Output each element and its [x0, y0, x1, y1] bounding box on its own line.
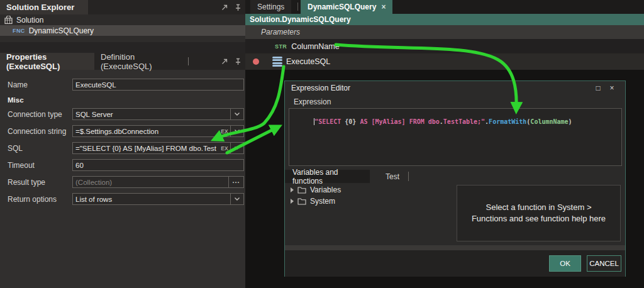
return-options-input[interactable] [73, 194, 230, 204]
chevron-down-icon[interactable] [230, 143, 243, 153]
name-label: Name [8, 80, 28, 89]
tab-settings[interactable]: Settings [250, 0, 291, 14]
tree-empty-space [0, 36, 245, 42]
tree-item-system[interactable]: System [291, 197, 335, 206]
chevron-down-icon[interactable] [230, 194, 243, 204]
solution-explorer-title: Solution Explorer [0, 0, 88, 14]
ok-button[interactable]: OK [549, 255, 581, 272]
dialog-divider [285, 245, 625, 250]
tab-label: Variables and functions [292, 168, 362, 186]
app-window: Solution Explorer Solution FNC DynamicSQ… [0, 0, 644, 288]
step-row-executesql[interactable]: ExecuteSQL [245, 53, 644, 70]
code-token: "SELECT [314, 118, 345, 125]
tab-label: DynamicSQLQuery [308, 3, 376, 11]
code-token: AS [MyAlias] FROM dbo [356, 118, 439, 125]
timeout-input[interactable] [73, 160, 243, 170]
ellipsis-button[interactable]: ... [228, 177, 243, 187]
function-help-text: Select a function in System > Functions … [471, 202, 606, 224]
close-icon[interactable]: × [605, 84, 619, 92]
code-token: FormatWith [489, 118, 526, 125]
function-help-box: Select a function in System > Functions … [457, 185, 621, 241]
popout-icon[interactable] [221, 58, 228, 65]
breadcrumb: Solution.DynamicSQLQuery [250, 15, 351, 24]
chevron-down-icon[interactable] [230, 109, 243, 119]
sql-input[interactable] [73, 143, 219, 153]
tree-item-label: Solution [16, 16, 43, 25]
dialog-footer: OK CANCEL [285, 250, 625, 277]
expander-icon[interactable] [291, 187, 294, 192]
step-name: ExecuteSQL [286, 57, 330, 66]
misc-section-label: Misc [8, 96, 24, 104]
close-icon[interactable]: × [381, 3, 386, 11]
expression-code-editor[interactable]: "SELECT {0} AS [MyAlias] FROM dbo.TestTa… [289, 108, 622, 166]
connection-type-input[interactable] [73, 109, 230, 119]
tree-item-label: DynamicSQLQuery [29, 26, 94, 35]
tab-variables-and-functions[interactable]: Variables and functions [285, 170, 370, 183]
result-type-label: Result type [8, 178, 45, 187]
tree-item-variables[interactable]: Variables [291, 186, 341, 194]
dialog-titlebar[interactable]: Expression Editor □ × [285, 81, 625, 95]
tab-separator [297, 3, 298, 11]
result-type-field[interactable]: ... [72, 176, 244, 188]
solution-explorer-header: Solution Explorer [0, 0, 245, 14]
folder-icon [297, 186, 306, 194]
expression-icon: EX [219, 126, 230, 136]
name-input[interactable] [73, 79, 243, 90]
expression-editor-dialog: Expression Editor □ × Expression "SELECT… [284, 80, 626, 277]
tab-test[interactable]: Test [378, 170, 407, 183]
param-type-badge: STR [275, 43, 287, 50]
tab-definition[interactable]: Definition (ExecuteSQL) [94, 53, 186, 70]
timeout-label: Timeout [8, 161, 35, 170]
properties-header: Properties (ExecuteSQL) Definition (Exec… [0, 53, 245, 70]
pin-icon[interactable] [235, 4, 242, 11]
tab-separator [188, 57, 189, 65]
return-options-label: Return options [8, 195, 57, 204]
sql-label: SQL [8, 144, 23, 153]
database-icon [272, 57, 282, 67]
tab-label: Settings [257, 3, 284, 11]
solution-icon [4, 16, 13, 25]
tab-dynamicsqlquery[interactable]: DynamicSQLQuery × [301, 0, 392, 14]
result-type-input[interactable] [73, 177, 228, 187]
parameters-section-row[interactable]: Parameters [245, 25, 644, 39]
cancel-button[interactable]: CANCEL [587, 255, 621, 272]
tree-item-solution[interactable]: Solution [0, 14, 245, 25]
expander-icon[interactable] [291, 199, 294, 204]
breakpoint-icon[interactable] [253, 58, 259, 65]
connection-type-label: Connection type [8, 110, 62, 119]
connection-type-field[interactable] [72, 108, 244, 120]
left-panel: Solution Explorer Solution FNC DynamicSQ… [0, 0, 245, 288]
expression-label: Expression [294, 97, 331, 106]
expression-icon: EX [219, 143, 230, 153]
tab-separator [408, 172, 409, 181]
connection-string-input[interactable] [73, 126, 219, 136]
function-type-badge: FNC [13, 28, 25, 34]
document-tab-bar: Settings DynamicSQLQuery × [245, 0, 644, 14]
connection-string-field[interactable]: EX [72, 125, 244, 137]
tree-item-label: Variables [310, 186, 341, 194]
param-name: ColumnName [291, 42, 339, 51]
code-token: TestTable;" [443, 118, 485, 125]
pin-icon[interactable] [235, 58, 242, 65]
tab-label: Test [386, 172, 399, 181]
folder-icon [297, 197, 306, 205]
parameter-row-columnname[interactable]: STR ColumnName [245, 39, 644, 53]
name-field[interactable] [72, 79, 244, 91]
sql-field[interactable]: EX [72, 142, 244, 154]
chevron-down-icon[interactable] [230, 126, 243, 136]
code-token: {0} [345, 118, 356, 125]
tree-item-label: System [310, 197, 335, 206]
tree-empty-space [0, 42, 245, 53]
maximize-icon[interactable]: □ [591, 84, 605, 92]
return-options-field[interactable] [72, 193, 244, 205]
tab-properties[interactable]: Properties (ExecuteSQL) [0, 53, 94, 70]
connection-string-label: Connection string [8, 127, 66, 136]
dialog-tab-bar: Variables and functions Test [285, 170, 625, 183]
parameters-section-label: Parameters [261, 28, 300, 36]
tree-item-function[interactable]: FNC DynamicSQLQuery [0, 25, 245, 36]
popout-icon[interactable] [221, 4, 228, 11]
code-token: ColumnName [530, 118, 568, 125]
code-token: ) [569, 118, 572, 125]
breadcrumb-bar: Solution.DynamicSQLQuery [245, 14, 644, 25]
timeout-field[interactable] [72, 159, 244, 171]
